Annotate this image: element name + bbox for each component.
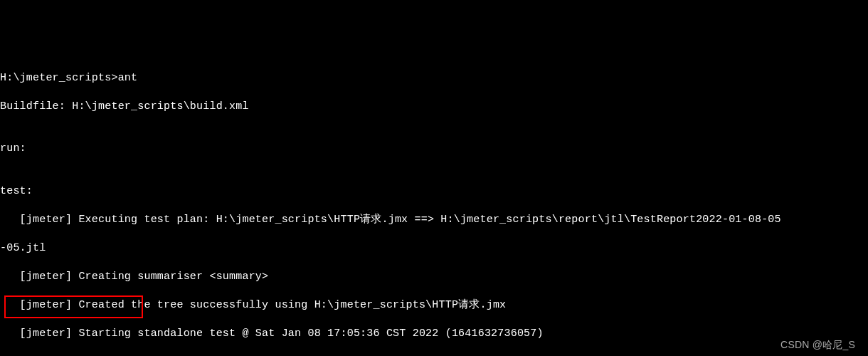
terminal-line: [jmeter] Created the tree successfully u… [0,298,868,313]
terminal-line: H:\jmeter_scripts>ant [0,71,868,85]
terminal-line: [jmeter] Creating summariser <summary> [0,270,868,284]
terminal-line: [jmeter] Starting standalone test @ Sat … [0,327,868,341]
terminal-line: run: [0,142,868,156]
terminal-line: test: [0,184,868,199]
watermark-text: CSDN @哈尼_S [780,338,855,352]
terminal-line: -05.jtl [0,241,868,256]
terminal-output[interactable]: H:\jmeter_scripts>ant Buildfile: H:\jmet… [0,57,868,356]
terminal-line: Buildfile: H:\jmeter_scripts\build.xml [0,100,868,114]
terminal-line: [jmeter] Executing test plan: H:\jmeter_… [0,213,868,227]
